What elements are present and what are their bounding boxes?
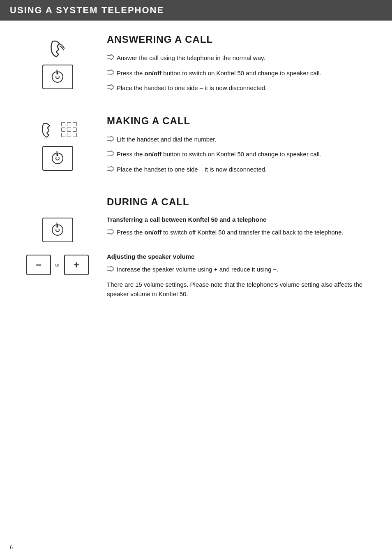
konftel-device-icon-2 [42,146,73,171]
power-button-icon-1 [52,71,63,83]
svg-marker-6 [107,229,114,234]
answering-bullet-text-2: Press the on/off button to switch on Kon… [117,69,321,78]
arrow-icon-2 [107,70,114,75]
volume-icons: − or + [16,253,99,275]
making-bullet-text-1: Lift the handset and dial the number. [117,135,217,144]
or-label: or [55,262,60,268]
volume-bullet: Increase the speaker volume using + and … [107,265,376,274]
volume-text: Adjusting the speaker volume Increase th… [99,253,376,299]
answering-text: ANSWERING A CALL Answer the call using t… [99,34,376,99]
volume-extra-text: There are 15 volume settings. Please not… [107,280,376,299]
power-button-icon-3 [52,224,63,236]
arrow-icon-1 [107,54,114,60]
svg-marker-7 [107,266,114,272]
arrow-icon-3 [107,84,114,90]
transfer-bullet-text: Press the on/off to switch off Konftel 5… [117,228,344,237]
svg-marker-2 [107,84,114,90]
transfer-text: Transferring a call between Konftel 50 a… [99,216,376,243]
page-number: 6 [10,544,13,550]
arrow-icon-5 [107,151,114,156]
making-title: MAKING A CALL [107,115,376,127]
volume-plus-icon: + [64,255,89,275]
making-bullet-1: Lift the handset and dial the number. [107,135,376,144]
answering-bullet-1: Answer the call using the telephone in t… [107,53,376,63]
svg-marker-5 [107,166,114,172]
making-bullet-text-3: Place the handset to one side – it is no… [117,165,267,174]
making-icons [16,115,99,180]
arrow-icon-7 [107,229,114,234]
konftel-device-icon-1 [42,65,73,89]
during-title: DURING A CALL [107,196,376,208]
answering-title: ANSWERING A CALL [107,34,376,45]
making-section: MAKING A CALL Lift the handset and dial … [16,115,376,180]
handset-icon [46,37,69,60]
answering-bullet-text-1: Answer the call using the telephone in t… [117,53,265,63]
svg-marker-0 [107,54,114,60]
transfer-subtitle: Transferring a call between Konftel 50 a… [107,216,376,223]
konftel-device-icon-3 [42,218,73,242]
transfer-bullet: Press the on/off to switch off Konftel 5… [107,228,376,237]
page-header: USING A SYSTEM TELEPHONE [0,0,392,21]
transfer-row: Transferring a call between Konftel 50 a… [16,216,376,243]
making-bullet-3: Place the handset to one side – it is no… [107,165,376,174]
page-title: USING A SYSTEM TELEPHONE [10,5,382,16]
volume-row: − or + Adjusting the speaker volume Incr… [16,253,376,299]
handset-icon-2 [38,118,58,141]
during-title-area: DURING A CALL [16,196,376,208]
svg-marker-1 [107,70,114,75]
answering-bullet-3: Place the handset to one side – it is no… [107,84,376,93]
transfer-icons [16,216,99,242]
power-button-icon-2 [52,153,63,164]
making-text: MAKING A CALL Lift the handset and dial … [99,115,376,180]
answering-section: ANSWERING A CALL Answer the call using t… [16,34,376,99]
making-icon-row [38,118,77,141]
answering-bullet-text-3: Place the handset to one side – it is no… [117,84,267,93]
answering-icons [16,34,99,99]
making-bullet-text-2: Press the on/off button to switch on Kon… [117,150,321,159]
keypad-icon [61,122,77,137]
volume-bullet-text: Increase the speaker volume using + and … [117,265,278,274]
arrow-icon-6 [107,166,114,172]
main-content: ANSWERING A CALL Answer the call using t… [0,34,392,325]
arrow-icon-4 [107,136,114,142]
svg-marker-4 [107,151,114,156]
volume-minus-icon: − [26,255,51,275]
svg-marker-3 [107,136,114,142]
answering-bullet-2: Press the on/off button to switch on Kon… [107,69,376,78]
arrow-icon-8 [107,266,114,272]
during-section: DURING A CALL Transferring a call betwee… [16,196,376,299]
making-bullet-2: Press the on/off button to switch on Kon… [107,150,376,159]
volume-subtitle: Adjusting the speaker volume [107,253,376,260]
